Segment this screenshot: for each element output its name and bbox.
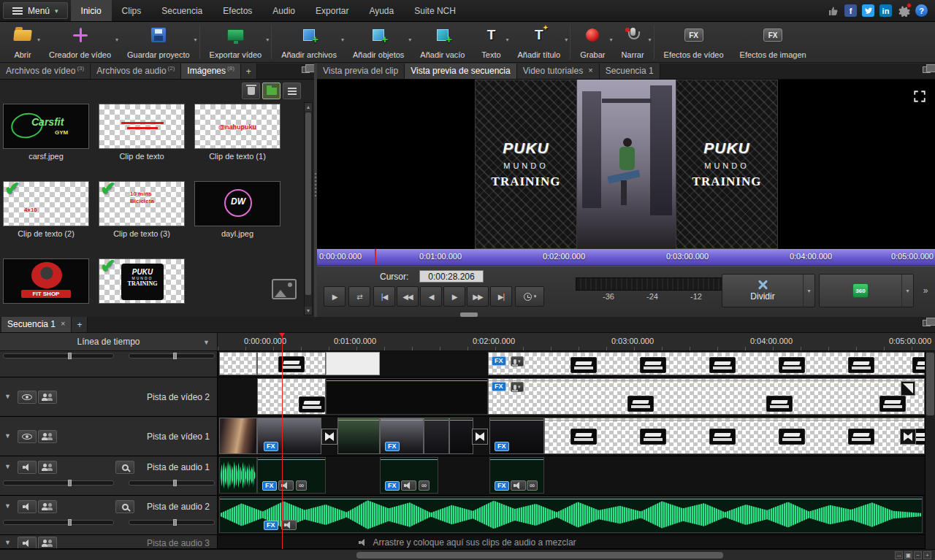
list-view-button[interactable] (283, 83, 301, 99)
undock-panel-icon[interactable] (923, 66, 931, 73)
media-thumbnail[interactable] (99, 104, 185, 149)
audio-clip[interactable]: FX (219, 496, 923, 533)
tab-clip-preview[interactable]: Vista previa del clip (317, 64, 405, 79)
more-tools-button[interactable]: » (918, 280, 933, 302)
timeline-horizontal-scrollbar[interactable]: ↔ ▣ − + (0, 549, 935, 560)
tab-video-tutorials[interactable]: Video tutoriales× (517, 64, 600, 79)
add-files-button[interactable]: + Añadir archivos ▾ (273, 22, 345, 62)
timeline-clip[interactable] (257, 378, 326, 415)
chevron-down-icon[interactable]: ▾ (408, 37, 411, 43)
collapse-track-icon[interactable]: ▼ (4, 393, 11, 400)
audio-clip[interactable]: FX ∞ (257, 457, 326, 494)
timeline-clip[interactable]: FX (489, 418, 544, 454)
chevron-down-icon[interactable]: ▾ (194, 37, 197, 43)
preview-scrub-bar[interactable]: 0:00:00.000 0:01:00.000 0:02:00.000 0:03… (317, 249, 935, 266)
play-button[interactable]: ▶ (324, 286, 346, 307)
step-forward-button[interactable]: ▶ (443, 286, 465, 307)
collapse-track-icon[interactable]: ▼ (4, 502, 11, 510)
media-item[interactable]: FIT SHOP (1, 258, 91, 304)
transition-icon[interactable] (472, 429, 488, 445)
timeline-vertical-scrollbar[interactable] (925, 351, 935, 549)
chevron-down-icon[interactable]: ▾ (901, 275, 913, 307)
fx-badge[interactable]: FX (492, 382, 506, 391)
transition-icon[interactable] (900, 429, 916, 445)
fx-badge[interactable]: FX (495, 442, 509, 451)
media-item[interactable]: @nahupuku Clip de texto (1) (193, 104, 282, 161)
go-to-end-button[interactable]: ▶| (490, 286, 512, 307)
fx-badge[interactable]: FX (264, 521, 278, 530)
open-button[interactable]: Abrir ▾ (4, 22, 41, 62)
tab-clips[interactable]: Clips (112, 0, 152, 21)
zoom-in-button[interactable]: + (923, 551, 931, 559)
playback-speed-button[interactable]: ▾ (515, 286, 544, 307)
volume-badge[interactable] (278, 480, 294, 491)
track-content[interactable]: FX FX FX (218, 417, 925, 456)
track-mute-button[interactable] (18, 461, 37, 474)
timeline-clip[interactable]: FX ▾ (488, 378, 925, 415)
add-objects-button[interactable]: + Añadir objetos ▾ (345, 22, 412, 62)
transition-icon[interactable] (321, 429, 337, 445)
loop-badge[interactable]: ∞ (419, 480, 430, 491)
close-tab-icon[interactable]: × (588, 66, 592, 74)
horizontal-splitter-handle[interactable] (460, 312, 478, 317)
slider-thumb[interactable] (68, 353, 72, 359)
tab-images[interactable]: Imágenes(8) (181, 64, 240, 79)
volume-badge[interactable] (401, 480, 416, 491)
chevron-down-icon[interactable]: ▾ (803, 275, 814, 307)
pan-slider[interactable] (129, 480, 215, 486)
scrollbar-thumb[interactable] (305, 112, 311, 295)
track-group-button[interactable] (38, 430, 57, 443)
tab-inicio[interactable]: Inicio (71, 0, 112, 21)
tab-ayuda[interactable]: Ayuda (359, 0, 404, 21)
export-video-button[interactable]: Exportar vídeo ▾ (202, 22, 270, 62)
track-zoom-button[interactable] (115, 461, 134, 474)
audio-clip[interactable]: FX ∞ (380, 457, 438, 494)
split-button[interactable]: Dividir ▾ (722, 274, 815, 307)
scroll-up-arrow[interactable]: ▲ (305, 103, 312, 111)
close-tab-icon[interactable]: × (61, 319, 65, 328)
slider-thumb[interactable] (68, 480, 72, 486)
narration-badge[interactable]: ▾ (511, 356, 524, 367)
collapse-track-icon[interactable]: ▼ (4, 463, 11, 470)
fullscreen-icon[interactable] (913, 90, 926, 103)
envelope-line[interactable] (545, 420, 924, 421)
video-preview-area[interactable]: PUKU MUNDO TRAINING PUKU MUNDO TRAINING (317, 80, 935, 249)
timeline-clip[interactable] (219, 352, 257, 375)
track-visibility-button[interactable] (18, 391, 37, 404)
envelope-line[interactable] (381, 420, 423, 421)
narration-badge[interactable]: ▾ (511, 382, 524, 392)
add-title-button[interactable]: T✦ Añadir título ▾ (509, 22, 568, 62)
timeline-clip[interactable] (219, 418, 257, 454)
audio-clip[interactable]: FX ∞ (489, 457, 544, 494)
track-visibility-button[interactable] (18, 430, 37, 443)
scroll-mode-button[interactable]: ↔ (895, 551, 903, 559)
tab-secuencia[interactable]: Secuencia (151, 0, 213, 21)
collapse-track-icon[interactable]: ▼ (4, 432, 11, 440)
text-button[interactable]: T Texto ▾ (473, 22, 509, 62)
zoom-out-button[interactable]: − (914, 551, 922, 559)
volume-slider[interactable] (3, 353, 114, 358)
track-mute-button[interactable] (18, 500, 37, 513)
audio-clip[interactable] (219, 457, 257, 494)
menu-button[interactable]: Menú ▾ (3, 2, 68, 19)
timeline-clip[interactable] (257, 352, 326, 375)
volume-badge[interactable] (511, 480, 526, 491)
go-to-start-button[interactable]: |◀ (373, 286, 395, 307)
help-icon[interactable]: ? (915, 4, 928, 17)
envelope-line[interactable] (489, 380, 924, 381)
tab-sequence-1[interactable]: Secuencia 1× (1, 317, 72, 332)
chevron-down-icon[interactable]: ▼ (203, 339, 210, 346)
track-group-button[interactable] (38, 391, 57, 404)
playhead[interactable] (282, 333, 283, 549)
tab-efectos[interactable]: Efectos (213, 0, 262, 21)
step-back-button[interactable]: ◀ (420, 286, 442, 307)
fx-badge[interactable]: FX (385, 442, 400, 451)
media-thumbnail[interactable]: ✔ PUKU MUNDO TRAINING (99, 258, 185, 304)
twitter-icon[interactable] (862, 4, 874, 17)
media-thumbnail[interactable]: @nahupuku (194, 104, 280, 149)
video-creator-button[interactable]: Creador de vídeo ▾ (41, 22, 119, 62)
add-blank-button[interactable]: + Añadir vacío (412, 22, 473, 62)
timeline-clip[interactable]: FX ▾ (488, 352, 925, 375)
track-content[interactable]: FX ▾ (218, 351, 925, 377)
timeline-clip[interactable]: FX (380, 418, 424, 454)
